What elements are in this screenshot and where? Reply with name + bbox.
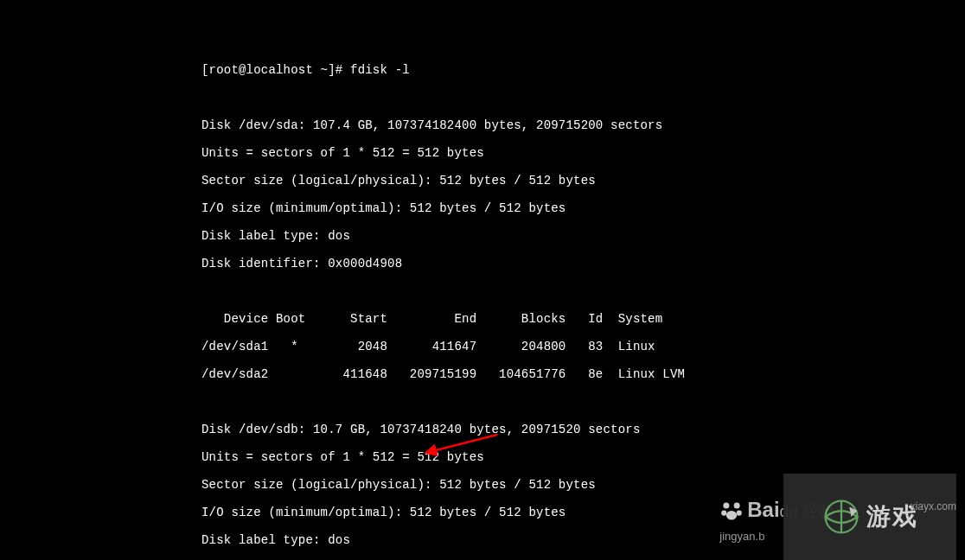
disk-sdb-header: Disk /dev/sdb: 10.7 GB, 10737418240 byte… bbox=[201, 423, 774, 436]
svg-point-4 bbox=[722, 511, 727, 516]
svg-point-6 bbox=[726, 511, 737, 520]
partition-row-sda2: /dev/sda2 411648 209715199 104651776 8e … bbox=[201, 367, 774, 381]
blank-line bbox=[201, 91, 774, 105]
blank-line bbox=[201, 395, 774, 409]
partition-table-header: Device Boot Start End Blocks Id System bbox=[201, 312, 774, 326]
disk-sdb-io: I/O size (minimum/optimal): 512 bytes / … bbox=[201, 506, 774, 519]
svg-point-2 bbox=[724, 502, 730, 508]
disk-sdb-sector: Sector size (logical/physical): 512 byte… bbox=[201, 478, 774, 492]
svg-point-3 bbox=[734, 502, 740, 508]
disk-sda-units: Units = sectors of 1 * 512 = 512 bytes bbox=[201, 146, 774, 160]
disk-sda-header: Disk /dev/sda: 107.4 GB, 107374182400 by… bbox=[201, 118, 774, 132]
disk-sdb-units: Units = sectors of 1 * 512 = 512 bytes bbox=[201, 450, 774, 464]
prompt-line: [root@localhost ~]# fdisk -l bbox=[201, 63, 774, 77]
disk-sda-label: Disk label type: dos bbox=[201, 229, 774, 243]
watermark-xiayx: xiayx.com bbox=[911, 500, 956, 512]
watermark-baidu-text: Bai bbox=[747, 498, 779, 521]
globe-icon bbox=[821, 497, 861, 537]
disk-sda-sector: Sector size (logical/physical): 512 byte… bbox=[201, 174, 774, 188]
disk-sdb-label: Disk label type: dos bbox=[201, 533, 774, 547]
svg-point-5 bbox=[737, 511, 742, 516]
partition-row-sda1: /dev/sda1 * 2048 411647 204800 83 Linux bbox=[201, 340, 774, 353]
watermark-game: 游戏 bbox=[783, 474, 956, 560]
blank-line bbox=[201, 284, 774, 298]
disk-sda-io: I/O size (minimum/optimal): 512 bytes / … bbox=[201, 201, 774, 215]
disk-sda-ident: Disk identifier: 0x000d4908 bbox=[201, 257, 774, 270]
paw-icon bbox=[719, 499, 744, 529]
terminal-output[interactable]: [root@localhost ~]# fdisk -l Disk /dev/s… bbox=[201, 49, 774, 560]
watermark-baidu-sub: jingyan.b bbox=[719, 530, 764, 543]
